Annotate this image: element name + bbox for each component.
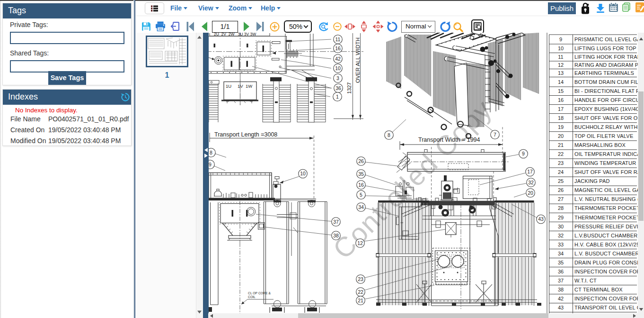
svg-text:17: 17 xyxy=(527,169,533,174)
svg-text:19: 19 xyxy=(558,124,564,130)
svg-text:L.V.BUSDUCT CHAMBER (1: L.V.BUSDUCT CHAMBER (1 xyxy=(574,233,638,238)
svg-text:7: 7 xyxy=(494,132,496,137)
svg-text:36: 36 xyxy=(558,269,564,274)
svg-text:9: 9 xyxy=(209,162,212,167)
svg-text:10: 10 xyxy=(558,45,564,51)
svg-text:21: 21 xyxy=(558,142,564,148)
svg-text:36: 36 xyxy=(335,85,341,91)
svg-text:CT TERMINAL BOX: CT TERMINAL BOX xyxy=(574,287,623,292)
svg-text:EPOXY BUSHING (1kV/4000: EPOXY BUSHING (1kV/4000 xyxy=(574,106,638,112)
svg-text:SHUT OFF VALVE FOR OIL: SHUT OFF VALVE FOR OIL xyxy=(574,115,638,121)
svg-text:JACKING PAD: JACKING PAD xyxy=(574,178,610,184)
svg-text:34: 34 xyxy=(358,204,364,210)
svg-text:W.T.I. CT: W.T.I. CT xyxy=(574,278,597,283)
svg-text:8: 8 xyxy=(388,132,390,138)
svg-text:42: 42 xyxy=(558,296,564,301)
svg-text:35: 35 xyxy=(358,171,364,177)
svg-text:35: 35 xyxy=(558,260,564,265)
svg-text:22: 22 xyxy=(558,151,564,157)
svg-text:21: 21 xyxy=(358,298,363,303)
svg-text:COIL: COIL xyxy=(248,295,256,299)
svg-text:Transport Width = 1994: Transport Width = 1994 xyxy=(418,136,480,143)
svg-text:33: 33 xyxy=(558,242,564,247)
svg-text:RATING AND DIAGRAM PLA: RATING AND DIAGRAM PLA xyxy=(574,62,638,68)
svg-text:MAGNETIC OIL LEVEL GAUG: MAGNETIC OIL LEVEL GAUG xyxy=(574,187,638,193)
svg-text:L.V. NEUTRAL BUSHING (1k: L.V. NEUTRAL BUSHING (1k xyxy=(574,196,638,202)
svg-text:11: 11 xyxy=(558,54,563,60)
svg-text:TRANSPORT OIL LEVEL GA: TRANSPORT OIL LEVEL GA xyxy=(574,305,638,310)
svg-text:DRAIN PLUG FOR CONSERV: DRAIN PLUG FOR CONSERV xyxy=(574,260,638,265)
svg-text:9: 9 xyxy=(559,36,562,42)
svg-text:1327: 1327 xyxy=(346,82,352,94)
svg-text:OVER ALL WIDTH: OVER ALL WIDTH xyxy=(355,37,361,83)
svg-text:43: 43 xyxy=(558,305,564,310)
svg-text:1: 1 xyxy=(336,94,339,100)
svg-text:14: 14 xyxy=(558,79,564,85)
svg-text:22: 22 xyxy=(358,289,363,295)
svg-text:32: 32 xyxy=(558,233,564,238)
svg-text:PRISMATIC OIL LEVEL GAUGE: PRISMATIC OIL LEVEL GAUGE xyxy=(574,36,638,42)
svg-text:20: 20 xyxy=(528,190,533,196)
svg-text:THERMOMETER POCKET F: THERMOMETER POCKET F xyxy=(574,205,638,211)
svg-text:1W: 1W xyxy=(246,83,252,89)
svg-text:34: 34 xyxy=(558,251,564,256)
svg-text:BOTTOM DRAIN CUM FILTER: BOTTOM DRAIN CUM FILTER xyxy=(574,79,638,85)
svg-text:16: 16 xyxy=(358,182,364,188)
svg-text:1U: 1U xyxy=(226,83,231,89)
svg-text:37: 37 xyxy=(558,278,564,283)
svg-text:OIL TEMPERATUR INDICATO: OIL TEMPERATUR INDICATO xyxy=(574,151,638,157)
svg-text:H.V. CABLE BOX (12kV/250: H.V. CABLE BOX (12kV/250 xyxy=(574,242,638,247)
svg-text:23: 23 xyxy=(358,276,363,282)
svg-text:42: 42 xyxy=(335,56,341,62)
svg-text:27: 27 xyxy=(558,196,564,202)
svg-text:37: 37 xyxy=(333,219,339,225)
svg-text:11: 11 xyxy=(335,36,341,42)
svg-text:10: 10 xyxy=(335,65,341,71)
svg-text:38: 38 xyxy=(333,233,339,238)
svg-text:HANDLE FOR OFF CIRCUIT T: HANDLE FOR OFF CIRCUIT T xyxy=(574,97,638,103)
svg-text:BUCHHOLZ RELAY WITH AI: BUCHHOLZ RELAY WITH AI xyxy=(574,124,638,130)
svg-text:24: 24 xyxy=(558,169,564,175)
svg-text:TOP OIL FILETR VALVE: TOP OIL FILETR VALVE xyxy=(574,133,633,139)
svg-text:2U 2V 2W 3U 3V 3W: 2U 2V 2W 3U 3V 3W xyxy=(214,33,256,36)
svg-text:PRESSURE RELIEF DEVICE: PRESSURE RELIEF DEVICE xyxy=(574,224,638,229)
svg-text:THERMOMETER POCKET F: THERMOMETER POCKET F xyxy=(574,215,638,220)
svg-text:28: 28 xyxy=(558,205,564,211)
svg-text:29: 29 xyxy=(558,215,564,220)
svg-text:EARTHING TERMINALS: EARTHING TERMINALS xyxy=(574,70,634,76)
svg-text:9: 9 xyxy=(522,151,525,156)
svg-text:MARSHALLING BOX: MARSHALLING BOX xyxy=(574,142,626,148)
svg-text:BI - DIRECTIONAL FLAT RO: BI - DIRECTIONAL FLAT RO xyxy=(574,88,638,94)
svg-text:43: 43 xyxy=(538,216,544,222)
svg-text:26: 26 xyxy=(358,158,364,164)
svg-text:30: 30 xyxy=(558,224,564,229)
svg-text:LIFTING HOOK FOR TRANSF: LIFTING HOOK FOR TRANSF xyxy=(574,54,638,60)
svg-text:5: 5 xyxy=(360,192,362,198)
svg-text:16: 16 xyxy=(335,45,341,51)
svg-text:WINDING TEMPERATUR IND: WINDING TEMPERATUR IND xyxy=(574,160,638,166)
svg-text:20: 20 xyxy=(558,133,564,139)
svg-text:10: 10 xyxy=(300,171,306,176)
svg-text:16: 16 xyxy=(558,97,564,103)
svg-text:23: 23 xyxy=(558,160,564,166)
svg-text:26: 26 xyxy=(558,187,564,193)
svg-text:SHUT OFF VALVE FOR RADI: SHUT OFF VALVE FOR RADI xyxy=(574,169,638,175)
svg-text:INSPECTION COVER FOR T: INSPECTION COVER FOR T xyxy=(574,296,638,301)
svg-text:Transport Length =3008: Transport Length =3008 xyxy=(214,131,277,138)
svg-text:12: 12 xyxy=(558,62,564,68)
svg-text:13: 13 xyxy=(558,70,564,76)
svg-text:12: 12 xyxy=(357,240,363,246)
svg-text:8: 8 xyxy=(210,150,212,155)
svg-text:17: 17 xyxy=(558,106,564,112)
svg-text:18: 18 xyxy=(558,115,564,121)
svg-text:L.V. BUSDUCT CHAMBER: L.V. BUSDUCT CHAMBER xyxy=(574,251,638,256)
svg-text:CL OP CORE &: CL OP CORE & xyxy=(248,291,271,295)
svg-text:INSPECTION COVER FOR T: INSPECTION COVER FOR T xyxy=(574,269,638,274)
svg-text:1V: 1V xyxy=(238,83,243,89)
svg-text:LIFTING LUGS FOR TOP CO: LIFTING LUGS FOR TOP CO xyxy=(574,45,638,51)
svg-text:38: 38 xyxy=(558,287,564,292)
svg-text:15: 15 xyxy=(558,88,564,94)
svg-text:3: 3 xyxy=(336,75,339,81)
svg-text:32: 32 xyxy=(528,180,534,185)
svg-text:25: 25 xyxy=(558,178,564,184)
